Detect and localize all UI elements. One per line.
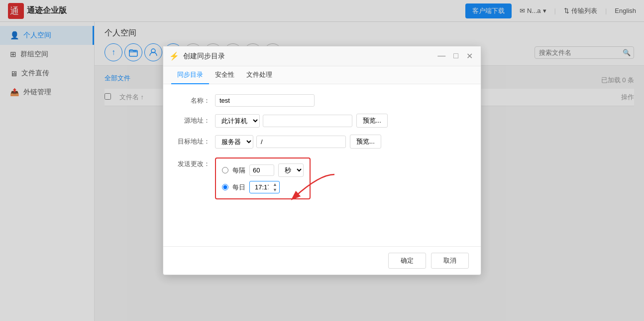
dialog-body: 名称： 源地址： 此计算机 预览... 目标地址： 服务器 预览...	[163, 84, 481, 246]
daily-radio[interactable]	[222, 184, 228, 190]
tab-security[interactable]: 安全性	[209, 66, 240, 84]
name-input[interactable]	[215, 94, 315, 107]
dialog-footer: 确定 取消	[163, 246, 481, 275]
interval-label: 每隔	[232, 166, 245, 175]
empty-space	[175, 206, 469, 236]
name-label: 名称：	[175, 96, 210, 105]
tab-file-process[interactable]: 文件处理	[240, 66, 278, 84]
interval-unit-select[interactable]: 秒	[278, 163, 304, 177]
source-select[interactable]: 此计算机	[215, 114, 260, 128]
daily-label: 每日	[232, 183, 245, 192]
dialog-titlebar: ⚡ 创建同步目录 — □ ✕	[163, 46, 481, 66]
send-update-box: 每隔 秒 每日	[215, 158, 311, 199]
daily-time-input[interactable]	[252, 182, 272, 192]
dialog-overlay: ⚡ 创建同步目录 — □ ✕ 同步目录 安全性 文件处理 名称： 源地址：	[0, 0, 644, 321]
ok-button[interactable]: 确定	[388, 253, 426, 269]
interval-value-input[interactable]	[249, 164, 274, 176]
dialog-tabs: 同步目录 安全性 文件处理	[163, 66, 481, 84]
interval-radio[interactable]	[222, 167, 228, 173]
dialog-sync-icon: ⚡	[169, 51, 179, 61]
dialog-title: 创建同步目录	[183, 52, 431, 61]
target-preview-button[interactable]: 预览...	[350, 135, 381, 149]
dialog-window-controls: — □ ✕	[435, 50, 475, 62]
send-update-label: 发送更改：	[175, 156, 210, 168]
send-update-row: 发送更改： 每隔 秒	[175, 156, 469, 199]
interval-row: 每隔 秒	[222, 163, 304, 177]
target-path-input[interactable]	[256, 136, 346, 148]
source-preview-button[interactable]: 预览...	[356, 114, 388, 128]
minimize-button[interactable]: —	[435, 50, 447, 62]
close-button[interactable]: ✕	[464, 50, 475, 62]
time-up-arrow[interactable]: ▲	[273, 182, 277, 187]
cancel-button[interactable]: 取消	[431, 253, 469, 269]
tab-sync-dir[interactable]: 同步目录	[171, 66, 209, 84]
target-label: 目标地址：	[175, 137, 210, 146]
source-path-input[interactable]	[263, 115, 352, 127]
create-sync-dir-dialog: ⚡ 创建同步目录 — □ ✕ 同步目录 安全性 文件处理 名称： 源地址：	[163, 46, 481, 275]
maximize-button[interactable]: □	[451, 50, 460, 62]
target-select[interactable]: 服务器	[215, 135, 253, 149]
target-row: 目标地址： 服务器 预览...	[175, 135, 469, 149]
source-label: 源地址：	[175, 116, 210, 125]
source-row: 源地址： 此计算机 预览...	[175, 114, 469, 128]
daily-row: 每日 ▲ ▼	[222, 181, 304, 193]
time-down-arrow[interactable]: ▼	[273, 187, 277, 192]
name-row: 名称：	[175, 94, 469, 107]
